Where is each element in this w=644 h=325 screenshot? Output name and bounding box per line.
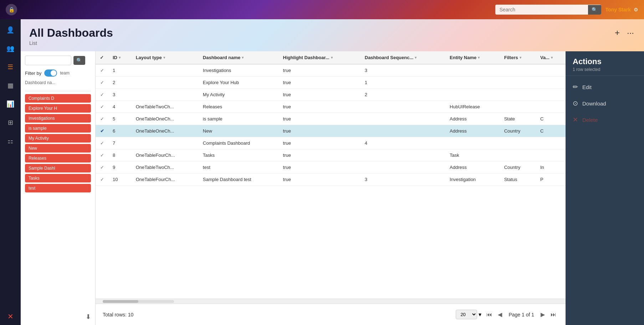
- filter-item-issample[interactable]: is sample: [25, 124, 91, 133]
- table-row[interactable]: ✓ 3 My Activity true 2: [96, 89, 566, 101]
- sidebar-item-dashboard[interactable]: ⊞: [4, 116, 17, 129]
- row-checkbox[interactable]: ✓: [100, 104, 104, 109]
- delete-label: Delete: [582, 117, 598, 123]
- close-sidebar-button[interactable]: ✕: [7, 312, 14, 321]
- first-page-button[interactable]: ⏮: [484, 310, 494, 319]
- sidebar-item-apps[interactable]: ⚏: [4, 135, 17, 148]
- col-entity[interactable]: Entity Name ▾: [445, 51, 500, 64]
- page-size-select[interactable]: 10 20 50 100: [456, 310, 477, 319]
- row-entity: Address: [445, 161, 500, 174]
- col-name[interactable]: Dashboard name ▾: [199, 51, 279, 64]
- row-sequence: [361, 113, 445, 125]
- settings-icon[interactable]: ⚙: [634, 7, 638, 12]
- row-checkbox[interactable]: ✓: [100, 116, 104, 122]
- row-check-cell[interactable]: ✓: [96, 161, 108, 174]
- user-info: Tony Stark ⚙: [605, 7, 638, 12]
- table-row[interactable]: ✓ 1 Investigations true 3: [96, 64, 566, 77]
- filter-search-button[interactable]: 🔍: [73, 56, 85, 65]
- row-checkbox[interactable]: ✓: [100, 80, 104, 85]
- scrollbar-thumb[interactable]: [103, 300, 138, 303]
- row-sequence: [361, 161, 445, 174]
- edit-action[interactable]: ✏ Edit: [566, 79, 644, 95]
- row-check-cell[interactable]: ✓: [96, 137, 108, 149]
- actions-subtitle: 1 row selected: [573, 67, 637, 72]
- filter-item-test[interactable]: test: [25, 184, 91, 192]
- download-action[interactable]: ⊙ Download: [566, 95, 644, 112]
- col-id[interactable]: ID ▾: [108, 51, 132, 64]
- sidebar-item-list[interactable]: ☰: [4, 61, 17, 73]
- row-sequence: [361, 149, 445, 161]
- row-check-cell[interactable]: ✓: [96, 77, 108, 89]
- filter-input[interactable]: [25, 56, 71, 65]
- add-button[interactable]: +: [613, 26, 621, 39]
- table-row[interactable]: ✓ 8 OneTableFourCh... Tasks true Task: [96, 149, 566, 161]
- col-layout[interactable]: Layout type ▾: [132, 51, 199, 64]
- filter-item-complaints[interactable]: Complaints D: [25, 94, 91, 103]
- row-checkbox[interactable]: ✓: [100, 177, 104, 182]
- filter-funnel-icon[interactable]: ⬇: [86, 313, 91, 321]
- row-layout: [132, 137, 199, 149]
- table-wrapper[interactable]: ✓ ID ▾ Layout type ▾ Dashboard name ▾: [96, 51, 566, 299]
- more-options-button[interactable]: ···: [625, 26, 635, 39]
- row-checkbox[interactable]: ✓: [100, 165, 104, 170]
- row-entity: Task: [445, 149, 500, 161]
- sidebar-item-chart[interactable]: 📊: [4, 98, 17, 110]
- row-check-cell[interactable]: ✓: [96, 149, 108, 161]
- edit-label: Edit: [582, 84, 592, 90]
- filter-item-new[interactable]: New: [25, 144, 91, 153]
- row-checkbox[interactable]: ✓: [100, 153, 104, 158]
- filter-item-explore[interactable]: Explore Your H: [25, 104, 91, 113]
- row-checkbox[interactable]: ✓: [100, 68, 104, 73]
- row-id: 5: [108, 113, 132, 125]
- row-check-cell[interactable]: ✓: [96, 64, 108, 77]
- prev-page-button[interactable]: ◀: [496, 310, 504, 319]
- row-checkbox[interactable]: ✓: [100, 92, 104, 97]
- table-row[interactable]: ✓ 10 OneTableFourCh... Sample Dashboard …: [96, 174, 566, 186]
- col-extra[interactable]: Va... ▾: [536, 51, 566, 64]
- table-row[interactable]: ✔ 6 OneTableOneCh... New true Address Co…: [96, 125, 566, 137]
- col-sequence[interactable]: Dashboard Sequenc... ▾: [361, 51, 445, 64]
- last-page-button[interactable]: ⏭: [548, 310, 558, 319]
- filter-item-sampledash[interactable]: Sample Dashl: [25, 164, 91, 172]
- col-highlight[interactable]: Highlight Dashboar... ▾: [279, 51, 361, 64]
- table-row[interactable]: ✓ 5 OneTableOneCh... is sample true Addr…: [96, 113, 566, 125]
- col-filters[interactable]: Filters ▾: [500, 51, 536, 64]
- table-row[interactable]: ✓ 9 OneTableTwoCh... test true Address C…: [96, 161, 566, 174]
- row-layout: OneTableTwoCh...: [132, 101, 199, 113]
- row-checkbox[interactable]: ✔: [100, 128, 104, 134]
- row-checkbox[interactable]: ✓: [100, 140, 104, 146]
- next-page-button[interactable]: ▶: [538, 310, 547, 319]
- filter-item-releases[interactable]: Releases: [25, 154, 91, 162]
- search-input[interactable]: [495, 5, 588, 15]
- filter-bottom: ⬇: [25, 310, 91, 321]
- table-row[interactable]: ✓ 4 OneTableTwoCh... Releases true HubUI…: [96, 101, 566, 113]
- topbar-left: 🔒: [6, 4, 17, 15]
- row-sequence: 2: [361, 89, 445, 101]
- sidebar-item-group[interactable]: 👥: [4, 42, 17, 55]
- row-check-cell[interactable]: ✓: [96, 101, 108, 113]
- row-check-cell[interactable]: ✓: [96, 174, 108, 186]
- row-layout: OneTableTwoCh...: [132, 161, 199, 174]
- sidebar-item-grid[interactable]: ▦: [4, 79, 17, 92]
- delete-action[interactable]: ✕ Delete: [566, 112, 644, 128]
- row-highlight: true: [279, 101, 361, 113]
- row-check-cell[interactable]: ✓: [96, 89, 108, 101]
- row-extra: [536, 137, 566, 149]
- table-row[interactable]: ✓ 2 Explore Your Hub true 1: [96, 77, 566, 89]
- filter-item-tasks[interactable]: Tasks: [25, 174, 91, 182]
- filter-item-myactivity[interactable]: My Activity: [25, 134, 91, 143]
- table-row[interactable]: ✓ 7 Complaints Dashboard true 4: [96, 137, 566, 149]
- row-layout: OneTableFourCh...: [132, 174, 199, 186]
- filter-team-toggle[interactable]: [44, 69, 57, 77]
- icon-sidebar: 👤 👥 ☰ ▦ 📊 ⊞ ⚏ ✕: [0, 19, 21, 325]
- filter-item-investigations[interactable]: Investigations: [25, 114, 91, 123]
- col-check[interactable]: ✓: [96, 51, 108, 64]
- sidebar-item-user[interactable]: 👤: [4, 24, 17, 36]
- row-check-cell[interactable]: ✓: [96, 113, 108, 125]
- row-id: 4: [108, 101, 132, 113]
- row-check-cell[interactable]: ✔: [96, 125, 108, 137]
- row-entity: [445, 77, 500, 89]
- search-button[interactable]: 🔍: [588, 5, 601, 15]
- row-entity: [445, 64, 500, 77]
- pagination: 10 20 50 100 ▾ ⏮ ◀ Page 1 of 1 ▶: [456, 310, 558, 319]
